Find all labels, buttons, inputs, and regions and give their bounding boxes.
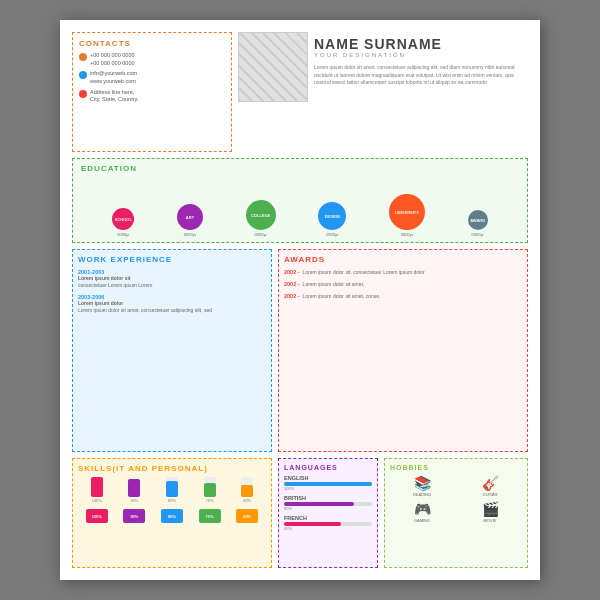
phone1: +00 000 000 0000 [90,52,135,60]
lang-english: ENGLISH 100% [284,475,372,491]
address-item: Address line here, City, State, Country. [79,89,225,104]
email-item: info@yourweb.com www.yourweb.com [79,70,225,85]
skill-label-3: 80% [168,498,176,503]
art-year: 0000yr [184,232,196,237]
hobby-movie: 🎬 MOVIE [458,501,522,523]
phone1-item: +00 000 000 0000 +00 000 000 0000 [79,52,225,67]
hobby-guitar: 🎸 GUITAR [458,475,522,497]
lang-percent-1: 100% [284,486,372,491]
edu-design: DESIGN 0000yr [318,202,346,237]
award-text-3: Lorem ipsum dolor sit amet, conse. [303,293,381,300]
lang-percent-2: 80% [284,506,372,511]
skill-bar-4: 70% [204,477,216,503]
skill-bar-outer-3 [166,477,178,497]
award-year-1: 2002 - [284,269,300,276]
hobbies-title: HOBBIES [390,464,522,471]
design-label: DESIGN [325,214,340,219]
skill-bar-outer-5 [241,477,253,497]
skill-box-5: 60% [236,509,258,523]
college-bubble: COLLEGE [246,200,276,230]
work-desc-2: Lorem ipsum dolor sit amet, consectetuer… [78,307,266,314]
gaming-icon: 🎮 [414,501,431,517]
award-text-1: Lorem ipsum dolor sit. consectetuer Lore… [303,269,425,276]
skill-bar-fill-5 [241,485,253,497]
school-year: 0000yr [117,232,129,237]
award-year: 0000yr [471,232,483,237]
skill-label-1: 100% [92,498,102,503]
lang-name-1: ENGLISH [284,475,372,481]
website: www.yourweb.com [90,78,137,86]
award-1: 2002 - Lorem ipsum dolor sit. consectetu… [284,269,522,276]
guitar-icon: 🎸 [482,475,499,491]
university-bubble: UNIVERSITY [389,194,425,230]
profile-bio: Lorem ipsum dolor sit amet, consectetuer… [314,64,528,87]
design-year: 0000yr [326,232,338,237]
contacts-title: CONTACTS [79,39,225,48]
edu-award: AWARD 0000yr [468,210,488,237]
profile-info: NAME SURNAME YOUR DESIGNATION Lorem ipsu… [314,32,528,152]
skill-bar-1: 100% [91,477,103,503]
skill-bar-fill-4 [204,483,216,497]
work-title: WORK EXPERIENCE [78,255,266,264]
skills-boxes-row: 100% 90% 80% 70% 60% [78,509,266,523]
middle-row: WORK EXPERIENCE 2001-2003 Lorem ipsum do… [72,249,528,452]
lang-name-3: FRENCH [284,515,372,521]
education-timeline: SCHOOL 0000yr ART 0000yr COLLEGE 0000yr … [81,177,519,237]
languages-section: LANGUAGES ENGLISH 100% BRITISH 80% FRENC… [278,458,378,568]
bottom-row: SKILLS(IT AND PERSONAL) 100% 90% [72,458,528,568]
phone-icon [79,53,87,61]
edu-college: COLLEGE 0000yr [246,200,276,237]
hobbies-grid: 📚 READING 🎸 GUITAR 🎮 GAMING 🎬 MOVIE [390,475,522,523]
awards-section: AWARDS 2002 - Lorem ipsum dolor sit. con… [278,249,528,452]
lang-british: BRITISH 80% [284,495,372,511]
profile-designation: YOUR DESIGNATION [314,52,528,58]
hobby-label-1: READING [413,492,431,497]
school-label: SCHOOL [115,217,132,222]
work-title-2: Lorem ipsum dolor [78,300,266,307]
skill-bar-fill-3 [166,481,178,497]
skill-bar-5: 60% [241,477,253,503]
skill-bar-fill-2 [128,479,140,497]
award-text-2: Lorem ipsum dolor sit amet, [303,281,365,288]
skills-title: SKILLS(IT AND PERSONAL) [78,464,266,473]
profile-photo [238,32,308,102]
skill-bar-outer-2 [128,477,140,497]
awards-title: AWARDS [284,255,522,264]
hobby-gaming: 🎮 GAMING [390,501,454,523]
hobby-label-4: MOVIE [484,518,497,523]
lang-percent-3: 65% [284,526,372,531]
skill-bar-outer-1 [91,477,103,497]
award-bubble: AWARD [468,210,488,230]
email-icon [79,71,87,79]
reading-icon: 📚 [414,475,431,491]
art-bubble: ART [177,204,203,230]
college-year: 0000yr [255,232,267,237]
work-title-1: Lorem ipsum dolor sit [78,275,266,282]
skill-box-1: 100% [86,509,108,523]
skills-section: SKILLS(IT AND PERSONAL) 100% 90% [72,458,272,568]
location-icon [79,90,87,98]
hobbies-section: HOBBIES 📚 READING 🎸 GUITAR 🎮 GAMING 🎬 MO… [384,458,528,568]
skill-bar-fill-1 [91,477,103,497]
hobby-label-3: GAMING [414,518,430,523]
skill-box-3: 80% [161,509,183,523]
profile-name: NAME SURNAME [314,36,528,52]
college-label: COLLEGE [251,213,270,218]
email: info@yourweb.com [90,70,137,78]
lang-french: FRENCH 65% [284,515,372,531]
design-bubble: DESIGN [318,202,346,230]
address1: Address line here, [90,89,138,97]
skill-label-2: 90% [130,498,138,503]
skill-bar-2: 90% [128,477,140,503]
skill-label-5: 60% [243,498,251,503]
hobby-label-2: GUITAR [483,492,498,497]
edu-art: ART 0000yr [177,204,203,237]
hobby-reading: 📚 READING [390,475,454,497]
art-label: ART [186,215,194,220]
phone2: +00 000 000 0000 [90,60,135,68]
edu-university: UNIVERSITY 0000yr [389,194,425,237]
award-year-3: 2002 - [284,293,300,300]
profile-section: NAME SURNAME YOUR DESIGNATION Lorem ipsu… [238,32,528,152]
resume-page: CONTACTS +00 000 000 0000 +00 000 000 00… [60,20,540,580]
top-section: CONTACTS +00 000 000 0000 +00 000 000 00… [72,32,528,152]
